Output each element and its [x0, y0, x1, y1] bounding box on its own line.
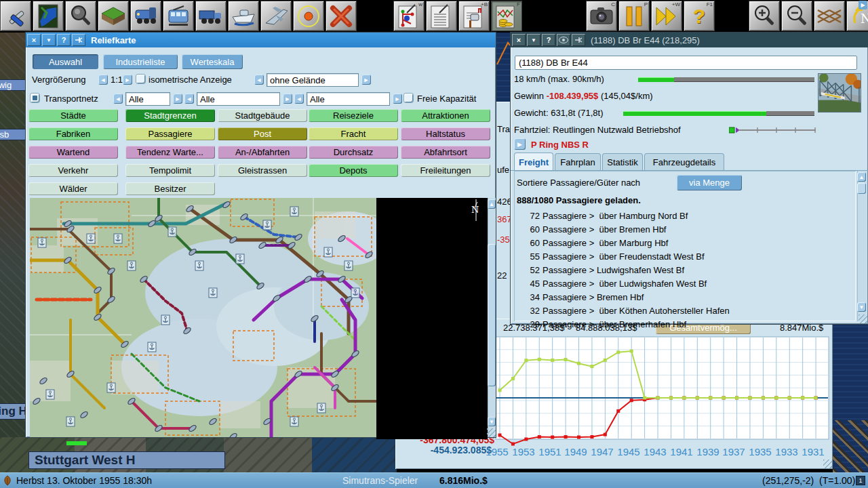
station-label-ring[interactable]: Ring H: [0, 403, 26, 420]
tool-help[interactable]: F1 ?: [684, 1, 715, 31]
map-option-waelder[interactable]: Wälder: [28, 182, 118, 195]
sort-mode-button[interactable]: via Menge: [677, 175, 742, 190]
remove-x-icon: [328, 3, 354, 29]
tool-messages[interactable]: +B: [458, 1, 490, 31]
map-option-anabfahrten[interactable]: An-/Abfahrten: [218, 146, 307, 159]
help-icon[interactable]: ?: [57, 34, 71, 46]
pin-icon[interactable]: [72, 34, 85, 46]
scroll-up-icon[interactable]: ▲: [488, 199, 496, 209]
city-label-ludwigsb[interactable]: wigsb: [0, 129, 26, 140]
scroll-up-icon[interactable]: ▲: [857, 172, 866, 182]
map-option-abfahrtsort[interactable]: Abfahrtsort: [401, 146, 490, 159]
tool-inspect[interactable]: [65, 1, 96, 31]
net-filter2-prev[interactable]: ◄: [184, 94, 194, 104]
map-option-attraktionen[interactable]: Attraktionen: [401, 109, 490, 122]
terrain-prev-button[interactable]: ◄: [254, 75, 264, 85]
map-option-wartend[interactable]: Wartend: [28, 146, 118, 159]
tool-fast-forward[interactable]: +W: [651, 1, 682, 31]
station-label-stuttgart-west[interactable]: Stuttgart West H: [28, 451, 225, 469]
tab-industrieliste[interactable]: Industrieliste: [103, 54, 178, 69]
terrain-select[interactable]: ohne Gelände: [267, 73, 359, 87]
pin-icon[interactable]: [572, 34, 585, 46]
tool-tram[interactable]: [163, 1, 194, 31]
tool-remove[interactable]: [326, 1, 357, 31]
freight-scrollbar-thumb[interactable]: [857, 183, 866, 194]
map-option-fracht[interactable]: Fracht: [309, 127, 398, 140]
net-filter1-select[interactable]: Alle: [125, 92, 170, 106]
line-goto-button[interactable]: ▶: [514, 138, 526, 150]
tab-freight[interactable]: Freight: [514, 152, 553, 171]
tab-fahrzeugdetails[interactable]: Fahrzeugdetails: [644, 153, 724, 171]
tab-auswahl[interactable]: Auswahl: [33, 54, 98, 69]
tool-ship[interactable]: [228, 1, 259, 31]
tool-underground-view[interactable]: [814, 1, 845, 31]
zoom-decrease-button[interactable]: ◄: [98, 75, 108, 85]
tool-signal[interactable]: [293, 1, 324, 31]
tool-lists[interactable]: [426, 1, 457, 31]
map-option-haltstatus[interactable]: Haltstatus: [401, 127, 490, 140]
tool-tools[interactable]: [0, 1, 31, 31]
finance-resize-grip[interactable]: [823, 460, 832, 468]
tab-werteskala[interactable]: Werteskala: [182, 54, 243, 69]
map-option-tempolimit[interactable]: Tempolimit: [125, 164, 215, 177]
net-filter3-next[interactable]: ►: [393, 94, 402, 104]
map-option-stadtgebaeude[interactable]: Stadtgebäude: [218, 109, 307, 122]
tool-truck[interactable]: [195, 1, 226, 31]
relief-map[interactable]: N: [30, 198, 488, 437]
map-option-verkehr[interactable]: Verkehr: [28, 164, 118, 177]
net-filter2-next[interactable]: ►: [283, 94, 292, 104]
tool-map[interactable]: [33, 1, 64, 31]
timeline-icon[interactable]: 1: [856, 476, 865, 485]
tool-line-management[interactable]: w: [393, 1, 425, 31]
map-option-depots[interactable]: Depots: [309, 164, 398, 177]
network-checkbox[interactable]: [31, 94, 39, 102]
map-scrollbar-thumb[interactable]: [488, 244, 496, 386]
scroll-down-icon[interactable]: ▼: [488, 417, 496, 426]
scroll-down-icon[interactable]: ▼: [857, 302, 866, 312]
tool-pause[interactable]: P: [618, 1, 650, 31]
help-icon[interactable]: ?: [542, 34, 555, 46]
map-option-staedte[interactable]: Städte: [28, 109, 118, 122]
tab-statistik[interactable]: Statistik: [602, 153, 643, 171]
free-capacity-checkbox[interactable]: [404, 94, 413, 102]
zoom-increase-button[interactable]: ►: [123, 75, 132, 85]
collapse-icon[interactable]: ▼: [527, 34, 540, 46]
net-filter3-select[interactable]: Alle: [307, 92, 390, 106]
map-option-fabriken[interactable]: Fabriken: [28, 127, 118, 140]
map-resize-grip[interactable]: [487, 428, 496, 437]
tab-fahrplan[interactable]: Fahrplan: [555, 153, 601, 171]
game-world-left[interactable]: [0, 33, 26, 439]
tool-rail[interactable]: [130, 1, 161, 31]
map-option-reiseziele[interactable]: Reiseziele: [309, 109, 398, 122]
map-option-stadtgrenzen[interactable]: Stadtgrenzen: [125, 109, 215, 122]
convoy-name-input[interactable]: [515, 56, 857, 70]
convoy-titlebar[interactable]: × ▼ ? (1188) DB Br E44 (218,295): [511, 33, 868, 47]
follow-eye-icon[interactable]: [557, 34, 570, 46]
net-filter3-prev[interactable]: ◄: [294, 94, 304, 104]
map-option-passagiere[interactable]: Passagiere: [125, 127, 215, 140]
close-icon[interactable]: ×: [27, 34, 41, 46]
tool-screenshot[interactable]: C: [586, 1, 617, 31]
map-option-gleistrassen[interactable]: Gleistrassen: [218, 164, 307, 177]
convoy-resize-grip[interactable]: [859, 314, 867, 323]
net-filter1-next[interactable]: ►: [173, 94, 182, 104]
map-option-durchsatz[interactable]: Durchsatz: [309, 146, 398, 159]
reliefkarte-titlebar[interactable]: × ▼ ? Reliefkarte: [26, 33, 496, 47]
close-icon[interactable]: ×: [512, 34, 526, 46]
collapse-icon[interactable]: ▼: [42, 34, 56, 46]
isometric-checkbox[interactable]: [136, 75, 145, 83]
tool-finances[interactable]: F: [491, 1, 522, 31]
net-filter1-prev[interactable]: ◄: [113, 94, 123, 104]
tool-zoom-out[interactable]: [781, 1, 812, 31]
map-option-post[interactable]: Post: [218, 127, 307, 140]
map-option-freileitungen[interactable]: Freileitungen: [401, 164, 490, 177]
city-label-ludwig[interactable]: Ludwig: [0, 79, 26, 91]
map-option-tendenz[interactable]: Tendenz Warte...: [125, 146, 215, 159]
map-option-besitzer[interactable]: Besitzer: [125, 182, 215, 195]
net-filter2-select[interactable]: Alle: [197, 92, 280, 106]
tool-air[interactable]: [260, 1, 292, 31]
tool-zoom-in[interactable]: [749, 1, 780, 31]
toolbar-overflow-button[interactable]: ▶: [859, 1, 867, 9]
tool-terrain[interactable]: [98, 1, 129, 31]
terrain-next-button[interactable]: ►: [361, 75, 371, 85]
